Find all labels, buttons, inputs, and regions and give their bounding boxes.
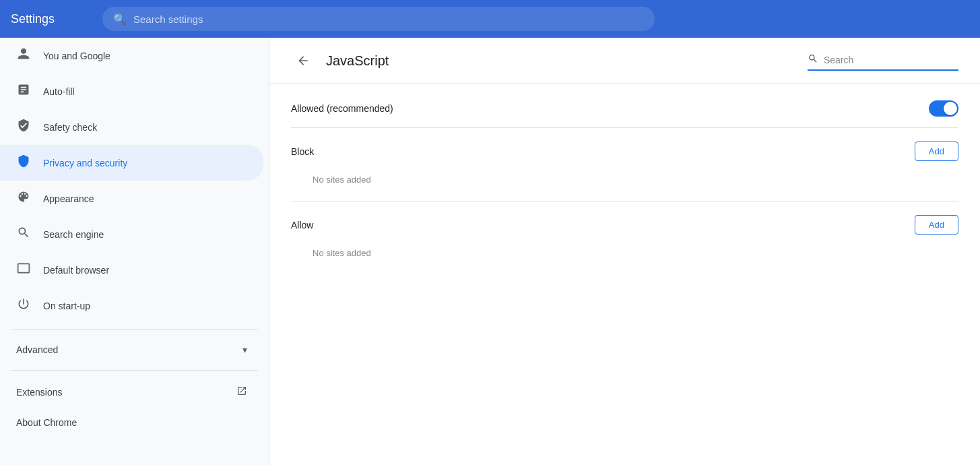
sidebar-item-extensions[interactable]: Extensions [0,376,263,408]
allow-section: Allow Add No sites added [291,202,958,274]
sidebar-label-about-chrome: About Chrome [16,417,247,428]
default-browser-icon [16,261,31,278]
sidebar-label-appearance: Appearance [43,193,94,204]
appearance-icon [16,190,31,207]
chevron-down-icon: ▾ [242,344,247,355]
sidebar-item-privacy-and-security[interactable]: Privacy and security [0,145,263,181]
sidebar-label-extensions: Extensions [16,387,224,398]
block-empty-text: No sites added [291,169,958,195]
content-body: Allowed (recommended) Block Add No sites… [269,84,980,465]
toggle-container[interactable] [929,100,958,117]
sidebar-label-you-and-google: You and Google [43,51,110,61]
allowed-row: Allowed (recommended) [291,84,958,128]
sidebar-item-on-startup[interactable]: On start-up [0,288,263,323]
top-bar: Settings 🔍 [0,0,980,38]
allow-section-header: Allow Add [291,215,958,235]
block-add-button[interactable]: Add [915,142,958,161]
search-settings-input[interactable] [133,13,644,25]
sidebar-item-about-chrome[interactable]: About Chrome [0,408,263,437]
search-engine-icon [16,226,31,243]
main-layout: You and Google Auto-fill Safety check Pr… [0,38,980,465]
sidebar-label-privacy-and-security: Privacy and security [43,158,127,168]
content-header: JavaScript [269,38,980,84]
external-link-icon [236,385,247,398]
allow-empty-text: No sites added [291,243,958,269]
sidebar: You and Google Auto-fill Safety check Pr… [0,38,269,465]
search-bar[interactable]: 🔍 [102,7,655,31]
search-icon-top: 🔍 [113,13,127,26]
content-area: JavaScript Allowed (recommended) [269,38,980,465]
content-search-input[interactable] [824,55,958,65]
sidebar-label-advanced: Advanced [16,344,230,355]
sidebar-item-autofill[interactable]: Auto-fill [0,73,263,109]
autofill-icon [16,83,31,100]
block-section: Block Add No sites added [291,128,958,202]
sidebar-item-advanced[interactable]: Advanced ▾ [0,335,263,365]
content-search-bar[interactable] [808,51,958,71]
sidebar-item-appearance[interactable]: Appearance [0,181,263,216]
safety-check-icon [16,119,31,135]
back-button[interactable] [291,49,315,73]
sidebar-divider-1 [11,329,258,330]
sidebar-label-safety-check: Safety check [43,122,97,133]
allowed-toggle[interactable] [929,100,958,117]
startup-icon [16,297,31,314]
sidebar-label-on-startup: On start-up [43,301,90,311]
toggle-thumb [944,102,957,115]
person-icon [16,47,31,64]
app-title: Settings [11,12,92,26]
sidebar-item-safety-check[interactable]: Safety check [0,109,263,145]
allow-add-button[interactable]: Add [915,215,958,235]
block-section-header: Block Add [291,142,958,161]
sidebar-item-default-browser[interactable]: Default browser [0,252,263,288]
content-search-icon [808,53,818,67]
allowed-label: Allowed (recommended) [291,103,393,114]
sidebar-item-search-engine[interactable]: Search engine [0,216,263,252]
sidebar-label-default-browser: Default browser [43,265,109,276]
sidebar-label-search-engine: Search engine [43,229,104,240]
allow-title: Allow [291,220,313,230]
block-title: Block [291,146,314,157]
sidebar-divider-2 [11,370,258,371]
sidebar-item-you-and-google[interactable]: You and Google [0,38,263,73]
sidebar-label-autofill: Auto-fill [43,86,75,97]
privacy-icon [16,154,31,171]
page-title: JavaScript [326,53,797,69]
